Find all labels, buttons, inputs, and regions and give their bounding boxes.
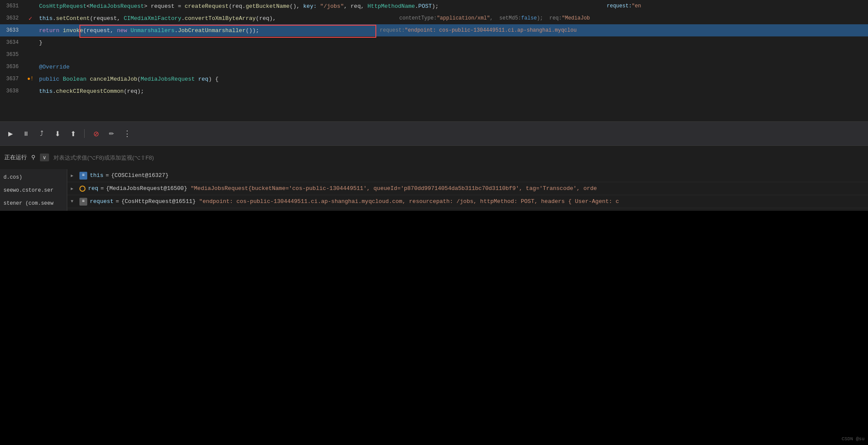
debugger-toolbar: ▶ ⏸ ⤴ ⬇ ⬆ ⊘ ✏ ⋮ xyxy=(0,121,868,145)
var-eq-this: = xyxy=(105,172,109,179)
var-type-req xyxy=(79,186,85,192)
scope-item-2: seewo.cstore.ser xyxy=(3,184,63,197)
line-number-3637: 3637 xyxy=(0,76,24,82)
code-line-3637: 3637 ●! public Boolean cancelMediaJob(Me… xyxy=(0,73,868,85)
line-number-3634: 3634 xyxy=(0,39,24,46)
var-name-req: req xyxy=(88,185,98,192)
inline-hint-3633: request: "endpoint: cos-public-130444951… xyxy=(380,24,577,36)
left-panel: d.cos) seewo.cstore.ser stener (com.seew xyxy=(0,169,67,211)
inline-hint-3631: request: "en xyxy=(603,0,644,12)
var-value-request: {CosHttpRequest@16511} "endpoint: cos-pu… xyxy=(121,198,619,205)
line-number-3631: 3631 xyxy=(0,3,24,9)
code-line-3632: 3632 ✓ this.setContent(request, CIMediaX… xyxy=(0,12,868,24)
gutter-3632: ✓ xyxy=(24,15,37,22)
code-line-3638: 3638 this.checkCIRequestCommon(req); xyxy=(0,85,868,97)
code-editor: 3631 CosHttpRequest<MediaJobsRequest> re… xyxy=(0,0,868,100)
scope-item-1: d.cos) xyxy=(3,171,63,184)
code-content-3638: this.checkCIRequestCommon(req); xyxy=(37,88,868,95)
expand-icon-req: ▶ xyxy=(71,186,78,191)
bottom-area xyxy=(0,211,868,445)
var-name-request: request xyxy=(90,198,114,205)
more-options-button[interactable]: ⋮ xyxy=(121,128,133,140)
debug-panels: d.cos) seewo.cstore.ser stener (com.seew… xyxy=(0,169,868,211)
expand-icon-this: ▶ xyxy=(71,173,78,178)
toolbar-separator-1 xyxy=(84,129,85,138)
right-vars: ▶ = this = {COSClient@16327} ▶ req = {Me… xyxy=(67,169,868,211)
main-layout: 3631 CosHttpRequest<MediaJobsRequest> re… xyxy=(0,0,868,445)
var-eq-request: = xyxy=(116,198,119,205)
code-line-3635: 3635 xyxy=(0,49,868,61)
filter-icon[interactable]: ⚲ xyxy=(31,154,36,161)
line-number-3633: 3633 xyxy=(0,27,24,33)
error-icon-3632: ✓ xyxy=(29,15,32,22)
dropdown-button[interactable]: ∨ xyxy=(40,154,49,161)
step-out-button[interactable]: ⬆ xyxy=(67,128,79,140)
line-number-3632: 3632 xyxy=(0,15,24,21)
stop-debug-button[interactable]: ⊘ xyxy=(90,128,102,140)
var-name-this: this xyxy=(90,172,103,179)
variables-panel-header: 正在运行 ⚲ ∨ xyxy=(0,145,868,169)
code-content-3634: } xyxy=(37,39,868,46)
var-item-this[interactable]: ▶ = this = {COSClient@16327} xyxy=(67,169,868,182)
editor-gap xyxy=(0,100,868,121)
running-status: 正在运行 xyxy=(4,154,27,161)
step-over-button[interactable]: ⤴ xyxy=(36,128,48,140)
var-type-this: = xyxy=(79,172,87,180)
var-type-request: = xyxy=(79,198,87,206)
code-content-3637: public Boolean cancelMediaJob(MediaJobsR… xyxy=(37,76,868,82)
inline-hint-3632: contentType: "application/xml", setMd5: … xyxy=(399,12,590,24)
code-content-3631: CosHttpRequest<MediaJobsRequest> request… xyxy=(37,3,868,10)
code-line-3636: 3636 @Override xyxy=(0,61,868,73)
code-line-3634: 3634 } xyxy=(0,36,868,49)
code-content-3636: @Override xyxy=(37,64,868,70)
expression-input[interactable] xyxy=(53,154,864,161)
gutter-3637: ●! xyxy=(24,76,37,82)
code-line-3633: 3633 return invoke(request, new Unmarsha… xyxy=(0,24,868,36)
watermark: CSDN @su xyxy=(842,436,865,442)
var-value-this: {COSClient@16327} xyxy=(111,172,169,179)
line-number-3636: 3636 xyxy=(0,64,24,70)
pause-button[interactable]: ⏸ xyxy=(20,128,32,140)
line-number-3638: 3638 xyxy=(0,88,24,94)
step-into-button[interactable]: ⬇ xyxy=(51,128,63,140)
scope-item-3: stener (com.seew xyxy=(3,197,63,210)
var-item-request[interactable]: ▼ = request = {CosHttpRequest@16511} "en… xyxy=(67,195,868,208)
var-item-req[interactable]: ▶ req = {MediaJobsRequest@16500} "MediaJ… xyxy=(67,182,868,195)
line-number-3635: 3635 xyxy=(0,52,24,58)
var-value-req: {MediaJobsRequest@16500} "MediaJobsReque… xyxy=(106,185,597,192)
warning-icon-3637: ●! xyxy=(27,76,33,82)
resume-button[interactable]: ▶ xyxy=(4,128,16,140)
var-eq-req: = xyxy=(100,185,104,192)
expand-icon-request: ▼ xyxy=(71,199,78,204)
edit-breakpoints-button[interactable]: ✏ xyxy=(105,128,118,140)
code-line-3631: 3631 CosHttpRequest<MediaJobsRequest> re… xyxy=(0,0,868,12)
